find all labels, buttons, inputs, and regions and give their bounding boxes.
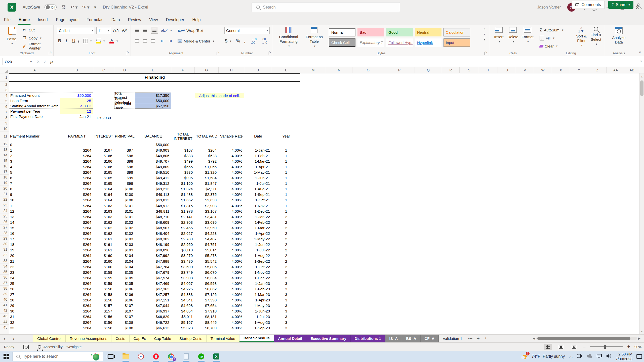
- cell[interactable]: $103: [114, 236, 135, 242]
- row-header-23[interactable]: 23: [0, 202, 9, 208]
- cell[interactable]: $166: [93, 158, 114, 164]
- cell[interactable]: $1,160: [171, 181, 195, 186]
- cell[interactable]: $49,707: [135, 158, 171, 164]
- row-header-40[interactable]: 40: [0, 297, 9, 302]
- cell[interactable]: 3: [272, 303, 300, 308]
- cell[interactable]: 16: [9, 231, 60, 236]
- align-middle-button[interactable]: [143, 27, 147, 34]
- cell[interactable]: $7,390: [195, 297, 219, 303]
- cell[interactable]: $103: [114, 247, 135, 253]
- sheet-tab-costs[interactable]: Costs: [111, 335, 129, 342]
- style-chip-fhyp[interactable]: Followed Hyp...: [386, 38, 413, 47]
- input-label-cell[interactable]: Starting Annual Interest Rate: [9, 103, 60, 109]
- row-header-11[interactable]: 11: [0, 131, 9, 141]
- paste-button[interactable]: Paste▾: [5, 27, 19, 46]
- column-header-AB[interactable]: AB: [625, 67, 639, 73]
- cell[interactable]: 28: [9, 297, 60, 303]
- tab-menu-icon[interactable]: ⋮: [482, 335, 490, 342]
- input-label-cell[interactable]: First Payment Date: [9, 114, 60, 119]
- clock[interactable]: 2:58 PM7/30/2023: [616, 352, 632, 361]
- cell[interactable]: 19: [9, 247, 60, 253]
- share-button[interactable]: ⤴Share▾: [608, 1, 633, 9]
- style-chip-input[interactable]: Input: [444, 38, 470, 47]
- cell[interactable]: $264: [60, 208, 93, 214]
- cell[interactable]: $48,811: [135, 208, 171, 214]
- cell[interactable]: 1: [272, 169, 300, 175]
- scroll-down-icon[interactable]: ▼: [639, 328, 644, 334]
- redo-icon[interactable]: ↷ ▾: [82, 5, 90, 10]
- cell[interactable]: 1-Mar-23: [244, 292, 272, 297]
- cell[interactable]: 0: [9, 142, 60, 147]
- cell[interactable]: 9: [9, 192, 60, 197]
- row-header-39[interactable]: 39: [0, 291, 9, 297]
- font-name-combo[interactable]: Calibri▾: [57, 27, 95, 34]
- cell[interactable]: [272, 142, 300, 147]
- table-header-8[interactable]: Date: [244, 131, 272, 141]
- cell[interactable]: 2: [272, 225, 300, 231]
- sheet-grid[interactable]: Financing Financed Amount$50,000Loan Ter…: [9, 73, 639, 334]
- cell[interactable]: $47,257: [135, 292, 171, 297]
- cell[interactable]: 4.00%: [219, 175, 244, 181]
- column-header-P[interactable]: P: [384, 67, 415, 73]
- cell[interactable]: $107: [114, 314, 135, 320]
- cell[interactable]: $333: [171, 153, 195, 158]
- row-header-45[interactable]: 45: [0, 325, 9, 330]
- cell[interactable]: $164: [93, 192, 114, 197]
- cell[interactable]: $103: [114, 242, 135, 247]
- action-center-icon[interactable]: [636, 354, 642, 359]
- table-header-3[interactable]: PRINCIPAL: [114, 131, 135, 141]
- row-header-22[interactable]: 22: [0, 197, 9, 202]
- cell[interactable]: $3,749: [171, 269, 195, 275]
- autosave-toggle[interactable]: Off: [45, 5, 57, 10]
- row-header-36[interactable]: 36: [0, 275, 9, 280]
- cell[interactable]: 1-Oct-22: [244, 264, 272, 269]
- row-header-34[interactable]: 34: [0, 263, 9, 269]
- column-header-X[interactable]: X: [552, 67, 570, 73]
- cell[interactable]: 6: [9, 175, 60, 181]
- column-header-V[interactable]: V: [516, 67, 534, 73]
- cell[interactable]: $1,320: [195, 169, 219, 175]
- cell[interactable]: 1-Mar-21: [244, 158, 272, 164]
- cell[interactable]: 1-Oct-21: [244, 197, 272, 203]
- cell[interactable]: $7,918: [195, 308, 219, 314]
- row-header-3[interactable]: 3: [0, 87, 9, 93]
- tab-developer[interactable]: Developer: [162, 16, 188, 25]
- cell[interactable]: $99: [114, 175, 135, 181]
- cell[interactable]: $5,011: [171, 314, 195, 320]
- cell[interactable]: 4.00%: [219, 275, 244, 281]
- cell[interactable]: $165: [93, 175, 114, 181]
- cell[interactable]: 4.00%: [219, 264, 244, 269]
- column-header-R[interactable]: R: [442, 67, 460, 73]
- column-header-Y[interactable]: Y: [570, 67, 588, 73]
- cell[interactable]: 10: [9, 197, 60, 203]
- horizontal-scroll-thumb[interactable]: [537, 337, 630, 340]
- table-header-7[interactable]: Variable Rate: [219, 131, 244, 141]
- input-value-cell[interactable]: $50,000: [60, 93, 93, 98]
- zoom-slider[interactable]: [590, 346, 623, 347]
- row-header-7[interactable]: 7: [0, 109, 9, 115]
- cell[interactable]: $2,639: [195, 197, 219, 203]
- total-value-cell[interactable]: $67,350: [135, 103, 171, 109]
- cell[interactable]: $50,000: [135, 142, 171, 147]
- sheet-tab-is--a[interactable]: IS- A: [385, 335, 402, 342]
- cell[interactable]: $264: [60, 253, 93, 258]
- cell[interactable]: 26: [9, 286, 60, 292]
- cell[interactable]: $100: [114, 186, 135, 192]
- number-format-combo[interactable]: General▾: [224, 27, 270, 34]
- cell[interactable]: 1-Sep-23: [244, 325, 272, 331]
- column-header-T[interactable]: T: [479, 67, 498, 73]
- italic-button[interactable]: I: [66, 38, 67, 44]
- cell[interactable]: 3: [272, 314, 300, 320]
- collapse-ribbon-icon[interactable]: ˅: [639, 51, 641, 55]
- cell[interactable]: 33: [9, 325, 60, 331]
- cell[interactable]: 1: [272, 186, 300, 192]
- cell[interactable]: $160: [93, 264, 114, 269]
- cell[interactable]: $167: [171, 147, 195, 153]
- row-header-17[interactable]: 17: [0, 169, 9, 174]
- cell[interactable]: $101: [114, 214, 135, 219]
- decrease-decimal-button[interactable]: .00→.0: [262, 38, 267, 44]
- sheet-tab-startup-costs[interactable]: Startup Costs: [175, 335, 207, 342]
- insert-function-icon[interactable]: fx: [50, 59, 53, 64]
- cell[interactable]: $264: [60, 275, 93, 281]
- column-header-D[interactable]: D: [114, 67, 135, 73]
